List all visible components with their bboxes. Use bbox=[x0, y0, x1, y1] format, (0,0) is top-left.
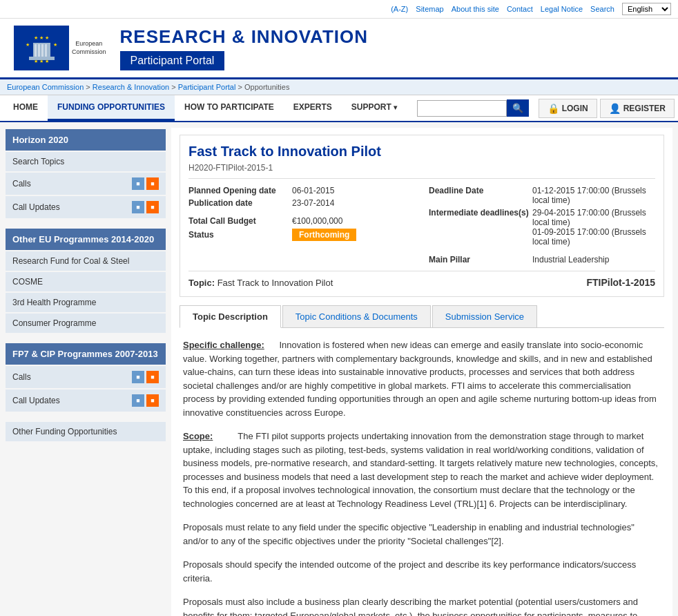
commission-text: EuropeanCommission bbox=[72, 40, 106, 56]
sidebar-item-calls[interactable]: Calls ■ ■ bbox=[6, 173, 166, 195]
sidebar-item-other-funding[interactable]: Other Funding Opportunities bbox=[6, 422, 166, 441]
tab-submission[interactable]: Submission Service bbox=[432, 305, 537, 327]
scope-label: Scope: bbox=[183, 431, 213, 441]
publication-label: Publication date bbox=[188, 198, 292, 208]
breadcrumb-pp[interactable]: Participant Portal bbox=[178, 83, 236, 91]
para3-text: Proposals should specify the intended ou… bbox=[183, 558, 661, 585]
rss-icon-3[interactable]: ■ bbox=[146, 371, 159, 383]
legal-notice-link[interactable]: Legal Notice bbox=[541, 5, 583, 13]
sidebar-item-health[interactable]: 3rd Health Programme bbox=[6, 293, 166, 312]
planned-opening-row: Planned Opening date 06-01-2015 bbox=[188, 186, 415, 195]
sidebar-item-search-topics[interactable]: Search Topics bbox=[6, 152, 166, 171]
search-link[interactable]: Search bbox=[590, 5, 614, 13]
call-meta-area: Planned Opening date 06-01-2015 Publicat… bbox=[188, 186, 655, 267]
sidebar: Horizon 2020 Search Topics Calls ■ ■ Cal… bbox=[0, 122, 171, 616]
top-bar: (A-Z) Sitemap About this site Contact Le… bbox=[0, 0, 678, 19]
para4-text: Proposals must also include a business p… bbox=[183, 595, 661, 616]
about-link[interactable]: About this site bbox=[452, 5, 499, 13]
nav-home[interactable]: HOME bbox=[3, 95, 48, 121]
header-title-area: RESEARCH & INNOVATION Participant Portal bbox=[120, 26, 664, 70]
eu-flag-svg: ★ ★ ★ ★ ★ ★ ★ ★ bbox=[19, 32, 64, 64]
call-meta-right: Deadline Date 01-12-2015 17:00:00 (Bruss… bbox=[429, 186, 655, 267]
calendar-icon-4[interactable]: ■ bbox=[132, 394, 144, 407]
tab-conditions[interactable]: Topic Conditions & Documents bbox=[282, 305, 431, 327]
nav-funding[interactable]: FUNDING OPPORTUNITIES bbox=[48, 95, 175, 121]
person-icon: 👤 bbox=[609, 103, 621, 114]
deadline-label: Deadline Date bbox=[429, 186, 532, 195]
intermediate-values: 29-04-2015 17:00:00 (Brussels local time… bbox=[532, 208, 655, 247]
main-layout: Horizon 2020 Search Topics Calls ■ ■ Cal… bbox=[0, 122, 678, 616]
status-label: Status bbox=[188, 230, 292, 240]
topic-value: Fast Track to Innovation Pilot bbox=[217, 278, 333, 288]
breadcrumb-ri[interactable]: Research & Innovation bbox=[93, 83, 169, 91]
search-button[interactable]: 🔍 bbox=[507, 99, 529, 117]
breadcrumb: European Commission > Research & Innovat… bbox=[0, 79, 678, 95]
svg-text:★: ★ bbox=[53, 42, 57, 47]
svg-rect-8 bbox=[41, 44, 43, 57]
search-input[interactable] bbox=[417, 100, 507, 117]
svg-text:★: ★ bbox=[26, 42, 30, 47]
specific-challenge-label: Specific challenge: bbox=[183, 340, 264, 350]
breadcrumb-ec[interactable]: European Commission bbox=[7, 83, 84, 91]
header-subtitle: Participant Portal bbox=[120, 51, 225, 70]
specific-challenge-section: Specific challenge: Innovation is foster… bbox=[183, 338, 661, 419]
deadline-value: 01-12-2015 17:00:00 (Brussels local time… bbox=[532, 186, 655, 205]
sidebar-heading-fp7: FP7 & CIP Programmes 2007-2013 bbox=[6, 343, 166, 365]
nav-experts[interactable]: EXPERTS bbox=[284, 95, 342, 121]
nav-support[interactable]: SUPPORT bbox=[342, 95, 407, 121]
planned-opening-label: Planned Opening date bbox=[188, 186, 292, 195]
main-pillar-label: Main Pillar bbox=[429, 255, 532, 264]
deadline-row: Deadline Date 01-12-2015 17:00:00 (Bruss… bbox=[429, 186, 655, 205]
calendar-icon[interactable]: ■ bbox=[132, 177, 144, 190]
sidebar-item-rfcs[interactable]: Research Fund for Coal & Steel bbox=[6, 251, 166, 271]
svg-rect-9 bbox=[45, 44, 47, 57]
svg-text:★ ★ ★: ★ ★ ★ bbox=[34, 35, 49, 40]
content-area: Fast Track to Innovation Pilot H2020-FTI… bbox=[171, 128, 672, 616]
planned-opening-value: 06-01-2015 bbox=[292, 186, 334, 195]
header: ★ ★ ★ ★ ★ ★ ★ ★ EuropeanCommission RESEA… bbox=[0, 19, 678, 79]
sidebar-item-fp7-updates[interactable]: Call Updates ■ ■ bbox=[6, 389, 166, 412]
language-select[interactable]: English Français Deutsch bbox=[622, 3, 671, 15]
sidebar-heading-h2020: Horizon 2020 bbox=[6, 129, 166, 151]
main-pillar-row: Main Pillar Industrial Leadership bbox=[429, 255, 655, 264]
budget-value: €100,000,000 bbox=[292, 216, 342, 226]
intermediate-row: Intermediate deadlines(s) 29-04-2015 17:… bbox=[429, 208, 655, 247]
call-meta-left: Planned Opening date 06-01-2015 Publicat… bbox=[188, 186, 415, 267]
sitemap-link[interactable]: Sitemap bbox=[416, 5, 443, 13]
svg-rect-6 bbox=[35, 44, 37, 57]
topic-label-value: Topic: Fast Track to Innovation Pilot bbox=[188, 278, 333, 288]
nav-how-to[interactable]: HOW TO PARTICIPATE bbox=[175, 95, 284, 121]
rss-icon[interactable]: ■ bbox=[146, 177, 159, 190]
az-link[interactable]: (A-Z) bbox=[391, 5, 408, 13]
specific-challenge-text: Innovation is fostered when new ideas ca… bbox=[183, 340, 657, 418]
sidebar-section-other-eu: Other EU Programmes 2014-2020 Research F… bbox=[6, 229, 166, 333]
tab-content: Specific challenge: Innovation is foster… bbox=[180, 328, 664, 616]
calendar-icon-2[interactable]: ■ bbox=[132, 201, 144, 213]
tab-description[interactable]: Topic Description bbox=[180, 305, 281, 328]
call-info-box: Fast Track to Innovation Pilot H2020-FTI… bbox=[180, 135, 664, 297]
sidebar-item-cosme[interactable]: COSME bbox=[6, 272, 166, 291]
contact-link[interactable]: Contact bbox=[507, 5, 533, 13]
sidebar-item-fp7-calls[interactable]: Calls ■ ■ bbox=[6, 366, 166, 388]
calendar-icon-3[interactable]: ■ bbox=[132, 371, 144, 383]
ec-logo-container: ★ ★ ★ ★ ★ ★ ★ ★ EuropeanCommission bbox=[14, 26, 106, 70]
header-main-title: RESEARCH & INNOVATION bbox=[120, 26, 664, 48]
intermediate-value-2: 01-09-2015 17:00:00 (Brussels local time… bbox=[532, 227, 655, 247]
breadcrumb-current: Opportunities bbox=[244, 83, 289, 91]
call-topic-row: Topic: Fast Track to Innovation Pilot FT… bbox=[188, 271, 655, 288]
scope-section: Scope: The FTI pilot supports projects u… bbox=[183, 430, 661, 510]
intermediate-value-1: 29-04-2015 17:00:00 (Brussels local time… bbox=[532, 208, 655, 227]
intermediate-label: Intermediate deadlines(s) bbox=[429, 208, 532, 218]
rss-icon-2[interactable]: ■ bbox=[146, 201, 159, 213]
register-button[interactable]: 👤 REGISTER bbox=[600, 99, 675, 118]
rss-icon-4[interactable]: ■ bbox=[146, 394, 159, 407]
sidebar-item-call-updates[interactable]: Call Updates ■ ■ bbox=[6, 196, 166, 218]
sidebar-item-consumer[interactable]: Consumer Programme bbox=[6, 314, 166, 333]
sidebar-section-fp7: FP7 & CIP Programmes 2007-2013 Calls ■ ■… bbox=[6, 343, 166, 412]
status-badge: Forthcoming bbox=[292, 229, 356, 241]
publication-value: 23-07-2014 bbox=[292, 198, 334, 208]
para4-section: Proposals must also include a business p… bbox=[183, 595, 661, 616]
login-button[interactable]: 🔒 LOGIN bbox=[539, 99, 597, 118]
status-row: Status Forthcoming bbox=[188, 229, 415, 241]
nav-search-area: 🔍 bbox=[417, 99, 529, 117]
